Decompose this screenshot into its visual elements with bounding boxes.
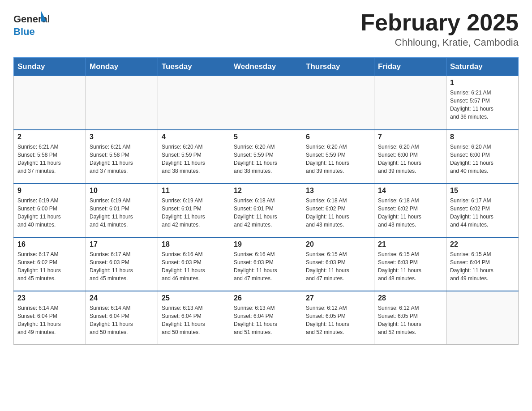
day-number: 27 (306, 294, 370, 302)
day-number: 24 (90, 294, 154, 302)
day-info: Sunrise: 6:20 AM Sunset: 5:59 PM Dayligh… (234, 143, 298, 175)
calendar-cell (446, 291, 519, 345)
calendar-cell: 15Sunrise: 6:17 AM Sunset: 6:02 PM Dayli… (446, 184, 519, 237)
calendar-row-4: 16Sunrise: 6:17 AM Sunset: 6:02 PM Dayli… (14, 237, 519, 291)
calendar-header-row: Sunday Monday Tuesday Wednesday Thursday… (14, 58, 519, 76)
calendar-cell: 28Sunrise: 6:12 AM Sunset: 6:05 PM Dayli… (374, 291, 446, 345)
day-info: Sunrise: 6:21 AM Sunset: 5:58 PM Dayligh… (17, 143, 82, 175)
day-info: Sunrise: 6:13 AM Sunset: 6:04 PM Dayligh… (162, 304, 226, 336)
calendar-cell (302, 76, 374, 130)
calendar-cell: 1Sunrise: 6:21 AM Sunset: 5:57 PM Daylig… (446, 76, 519, 130)
calendar-cell (374, 76, 446, 130)
page-header: General Blue February 2025 Chhloung, Kra… (13, 9, 519, 48)
day-info: Sunrise: 6:12 AM Sunset: 6:05 PM Dayligh… (378, 304, 442, 336)
logo-svg: General Blue (13, 9, 49, 40)
day-number: 16 (17, 240, 82, 248)
calendar-cell: 10Sunrise: 6:19 AM Sunset: 6:01 PM Dayli… (86, 184, 158, 237)
day-info: Sunrise: 6:20 AM Sunset: 5:59 PM Dayligh… (162, 143, 226, 175)
day-number: 11 (162, 187, 226, 195)
day-number: 4 (162, 133, 226, 141)
day-info: Sunrise: 6:20 AM Sunset: 6:00 PM Dayligh… (378, 143, 442, 175)
day-number: 23 (17, 294, 82, 302)
day-info: Sunrise: 6:18 AM Sunset: 6:01 PM Dayligh… (234, 197, 298, 229)
calendar-cell: 9Sunrise: 6:19 AM Sunset: 6:00 PM Daylig… (14, 184, 86, 237)
day-info: Sunrise: 6:20 AM Sunset: 6:00 PM Dayligh… (450, 143, 515, 175)
day-number: 3 (90, 133, 154, 141)
day-info: Sunrise: 6:21 AM Sunset: 5:58 PM Dayligh… (90, 143, 154, 175)
day-number: 7 (378, 133, 442, 141)
calendar-title: February 2025 (360, 9, 519, 36)
calendar-cell: 24Sunrise: 6:14 AM Sunset: 6:04 PM Dayli… (86, 291, 158, 345)
day-number: 12 (234, 187, 298, 195)
day-number: 26 (234, 294, 298, 302)
calendar-cell: 3Sunrise: 6:21 AM Sunset: 5:58 PM Daylig… (86, 130, 158, 184)
calendar-cell: 26Sunrise: 6:13 AM Sunset: 6:04 PM Dayli… (230, 291, 302, 345)
col-friday: Friday (374, 58, 446, 76)
day-number: 18 (162, 240, 226, 248)
day-number: 10 (90, 187, 154, 195)
calendar-cell: 19Sunrise: 6:16 AM Sunset: 6:03 PM Dayli… (230, 237, 302, 291)
day-info: Sunrise: 6:15 AM Sunset: 6:04 PM Dayligh… (450, 250, 515, 283)
col-thursday: Thursday (302, 58, 374, 76)
calendar-cell: 5Sunrise: 6:20 AM Sunset: 5:59 PM Daylig… (230, 130, 302, 184)
day-info: Sunrise: 6:14 AM Sunset: 6:04 PM Dayligh… (17, 304, 82, 336)
calendar-cell: 21Sunrise: 6:15 AM Sunset: 6:03 PM Dayli… (374, 237, 446, 291)
day-info: Sunrise: 6:15 AM Sunset: 6:03 PM Dayligh… (306, 250, 370, 283)
day-number: 13 (306, 187, 370, 195)
day-info: Sunrise: 6:21 AM Sunset: 5:57 PM Dayligh… (450, 89, 515, 121)
calendar-cell: 6Sunrise: 6:20 AM Sunset: 5:59 PM Daylig… (302, 130, 374, 184)
calendar-cell: 16Sunrise: 6:17 AM Sunset: 6:02 PM Dayli… (14, 237, 86, 291)
calendar-cell: 11Sunrise: 6:19 AM Sunset: 6:01 PM Dayli… (158, 184, 230, 237)
day-info: Sunrise: 6:17 AM Sunset: 6:03 PM Dayligh… (90, 250, 154, 283)
calendar-row-1: 1Sunrise: 6:21 AM Sunset: 5:57 PM Daylig… (14, 76, 519, 130)
day-number: 15 (450, 187, 515, 195)
title-area: February 2025 Chhloung, Kratie, Cambodia (360, 9, 519, 48)
day-info: Sunrise: 6:13 AM Sunset: 6:04 PM Dayligh… (234, 304, 298, 336)
day-info: Sunrise: 6:16 AM Sunset: 6:03 PM Dayligh… (162, 250, 226, 283)
calendar-row-3: 9Sunrise: 6:19 AM Sunset: 6:00 PM Daylig… (14, 184, 519, 237)
calendar-cell (230, 76, 302, 130)
calendar-cell: 27Sunrise: 6:12 AM Sunset: 6:05 PM Dayli… (302, 291, 374, 345)
day-number: 28 (378, 294, 442, 302)
calendar-cell: 13Sunrise: 6:18 AM Sunset: 6:02 PM Dayli… (302, 184, 374, 237)
col-monday: Monday (86, 58, 158, 76)
calendar-cell: 18Sunrise: 6:16 AM Sunset: 6:03 PM Dayli… (158, 237, 230, 291)
day-number: 5 (234, 133, 298, 141)
day-number: 17 (90, 240, 154, 248)
day-info: Sunrise: 6:18 AM Sunset: 6:02 PM Dayligh… (306, 197, 370, 229)
day-number: 19 (234, 240, 298, 248)
day-info: Sunrise: 6:14 AM Sunset: 6:04 PM Dayligh… (90, 304, 154, 336)
day-info: Sunrise: 6:19 AM Sunset: 6:00 PM Dayligh… (17, 197, 82, 229)
calendar-cell (158, 76, 230, 130)
calendar-cell (86, 76, 158, 130)
calendar-cell (14, 76, 86, 130)
calendar-row-5: 23Sunrise: 6:14 AM Sunset: 6:04 PM Dayli… (14, 291, 519, 345)
svg-text:Blue: Blue (13, 26, 35, 37)
calendar-row-2: 2Sunrise: 6:21 AM Sunset: 5:58 PM Daylig… (14, 130, 519, 184)
calendar-cell: 17Sunrise: 6:17 AM Sunset: 6:03 PM Dayli… (86, 237, 158, 291)
day-info: Sunrise: 6:12 AM Sunset: 6:05 PM Dayligh… (306, 304, 370, 336)
calendar-cell: 4Sunrise: 6:20 AM Sunset: 5:59 PM Daylig… (158, 130, 230, 184)
day-number: 25 (162, 294, 226, 302)
calendar-subtitle: Chhloung, Kratie, Cambodia (360, 37, 519, 48)
day-info: Sunrise: 6:15 AM Sunset: 6:03 PM Dayligh… (378, 250, 442, 283)
day-info: Sunrise: 6:18 AM Sunset: 6:02 PM Dayligh… (378, 197, 442, 229)
calendar-cell: 12Sunrise: 6:18 AM Sunset: 6:01 PM Dayli… (230, 184, 302, 237)
day-info: Sunrise: 6:20 AM Sunset: 5:59 PM Dayligh… (306, 143, 370, 175)
calendar-cell: 22Sunrise: 6:15 AM Sunset: 6:04 PM Dayli… (446, 237, 519, 291)
day-number: 20 (306, 240, 370, 248)
col-saturday: Saturday (446, 58, 519, 76)
day-number: 21 (378, 240, 442, 248)
day-info: Sunrise: 6:16 AM Sunset: 6:03 PM Dayligh… (234, 250, 298, 283)
day-info: Sunrise: 6:17 AM Sunset: 6:02 PM Dayligh… (450, 197, 515, 229)
calendar-cell: 7Sunrise: 6:20 AM Sunset: 6:00 PM Daylig… (374, 130, 446, 184)
col-tuesday: Tuesday (158, 58, 230, 76)
day-number: 8 (450, 133, 515, 141)
day-info: Sunrise: 6:19 AM Sunset: 6:01 PM Dayligh… (90, 197, 154, 229)
day-number: 9 (17, 187, 82, 195)
logo: General Blue (13, 9, 49, 40)
col-sunday: Sunday (14, 58, 86, 76)
calendar-cell: 14Sunrise: 6:18 AM Sunset: 6:02 PM Dayli… (374, 184, 446, 237)
day-number: 6 (306, 133, 370, 141)
day-number: 1 (450, 79, 515, 87)
